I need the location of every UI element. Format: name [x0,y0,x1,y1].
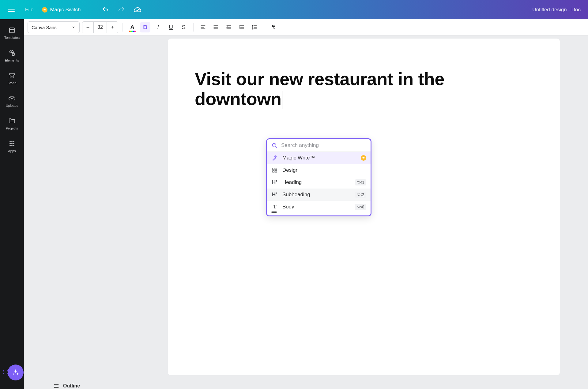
sidebar-item-label: Uploads [6,104,18,107]
divider [264,23,264,32]
color-swatch [129,31,136,32]
popup-item-body[interactable]: T Body ⌥⌘0 [267,201,371,213]
document-heading[interactable]: Visit our new restaurant in the downtown [195,69,533,109]
strikethrough-button[interactable]: S [179,22,189,32]
design-title[interactable]: Untitled design - Doc [532,7,581,13]
font-size-group: − 32 + [82,21,118,33]
align-button[interactable] [198,22,208,32]
sidebar-item-elements[interactable]: Elements [2,46,22,65]
svg-point-15 [214,27,214,28]
sparkle-search-icon [271,142,277,148]
undo-button[interactable] [102,6,109,13]
sidebar-item-label: Elements [5,58,19,62]
sidebar-item-templates[interactable]: Templates [2,24,22,43]
underline-button[interactable]: U [166,22,176,32]
heading1-icon: H¹ [271,179,278,185]
svg-point-5 [9,141,11,142]
sidebar-item-label: Projects [6,126,18,130]
popup-item-subheading[interactable]: H² Subheading ⌥⌘2 [267,189,371,201]
italic-button[interactable]: I [153,22,163,32]
magic-switch-button[interactable]: Magic Switch [42,7,81,13]
chevron-down-icon [71,25,76,29]
outline-icon [53,383,59,389]
svg-point-7 [13,141,14,142]
svg-point-6 [11,141,13,142]
keyboard-shortcut: ⌥⌘2 [355,192,366,198]
popup-search-input[interactable] [281,142,366,148]
font-family-select[interactable]: Canva Sans [28,21,80,33]
popup-search-row [267,139,371,152]
assistant-button[interactable] [8,365,24,380]
sidebar-item-label: Templates [4,36,20,39]
svg-point-11 [9,145,11,146]
svg-point-10 [13,143,14,144]
list-button[interactable] [211,22,221,32]
magic-wand-icon [271,155,278,161]
text-toolbar: Canva Sans − 32 + A B I U S [24,19,588,36]
svg-rect-0 [9,28,14,33]
spacing-button[interactable] [249,22,260,32]
cloud-sync-icon[interactable] [134,6,141,14]
divider [193,23,194,32]
grid-icon [271,167,278,173]
svg-rect-19 [275,168,277,170]
insert-popup: Magic Write™ Design H¹ Heading ⌥⌘1 [266,138,371,216]
svg-point-8 [9,143,11,144]
outline-label: Outline [63,383,80,389]
file-menu[interactable]: File [25,7,33,13]
svg-point-16 [214,28,214,29]
outdent-button[interactable] [224,22,234,32]
canvas-area[interactable]: Visit our new restaurant in the downtown… [24,36,588,389]
popup-item-design[interactable]: Design [267,164,371,176]
content: Canva Sans − 32 + A B I U S [24,19,588,389]
font-size-increase[interactable]: + [107,22,118,33]
menu-button[interactable] [6,6,17,14]
text-cursor [282,91,282,109]
popup-more-indicator [267,213,371,215]
popup-item-label: Design [282,167,299,173]
font-name: Canva Sans [32,25,57,30]
divider [123,23,123,32]
sidebar-item-apps[interactable]: Apps [2,137,22,156]
popup-item-magic-write[interactable]: Magic Write™ [267,152,371,164]
popup-item-label: Body [282,204,294,210]
svg-point-14 [214,25,214,26]
sidebar-item-uploads[interactable]: Uploads [2,92,22,110]
sidebar-item-label: Apps [8,149,16,153]
redo-button[interactable] [118,6,125,13]
text-icon: T [271,204,278,210]
main-wrap: Templates Elements co Brand Uploads Proj… [0,19,588,389]
svg-rect-2 [12,53,14,55]
sidebar-item-label: Brand [7,81,16,85]
svg-text:co: co [11,76,13,78]
heading2-icon: H² [271,192,278,198]
top-bar-left: File Magic Switch [6,6,141,14]
font-size-decrease[interactable]: − [82,22,93,33]
svg-rect-18 [273,168,274,170]
indent-button[interactable] [236,22,247,32]
sidebar-item-projects[interactable]: Projects [2,114,22,133]
top-icons [102,6,141,14]
popup-item-heading[interactable]: H¹ Heading ⌥⌘1 [267,176,371,189]
premium-crown-icon [361,155,366,161]
format-painter-button[interactable] [269,22,279,32]
keyboard-shortcut: ⌥⌘0 [355,204,366,210]
svg-rect-20 [273,171,274,172]
svg-rect-21 [275,171,277,172]
bold-button[interactable]: B [140,22,150,32]
text-color-button[interactable]: A [127,22,138,32]
top-bar: File Magic Switch Untitled design - Doc [0,0,588,19]
crown-icon [42,7,47,13]
svg-point-12 [11,145,13,146]
popup-item-label: Subheading [282,192,310,198]
sidebar-item-brand[interactable]: co Brand [2,69,22,88]
popup-item-label: Magic Write™ [282,155,315,161]
keyboard-shortcut: ⌥⌘1 [355,179,366,185]
sidebar: Templates Elements co Brand Uploads Proj… [0,19,24,389]
popup-item-label: Heading [282,179,302,185]
font-size-value[interactable]: 32 [93,22,107,33]
magic-switch-label: Magic Switch [50,7,81,13]
outline-toggle[interactable]: Outline [53,383,80,389]
svg-point-9 [11,143,13,144]
svg-point-13 [13,145,14,146]
